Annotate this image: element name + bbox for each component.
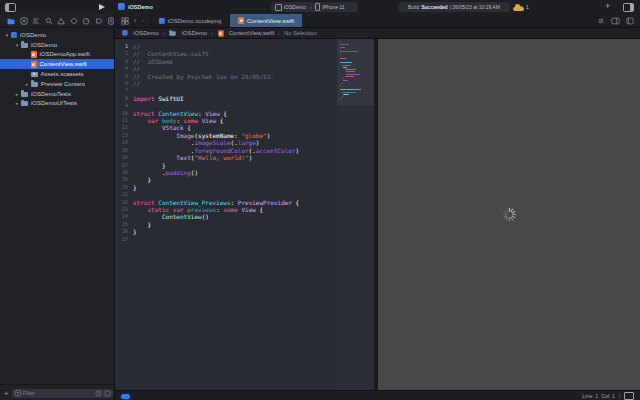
code-line[interactable]: ContentView() <box>133 213 299 220</box>
line-number[interactable]: 4 <box>115 65 128 72</box>
line-number[interactable]: 3 <box>115 58 128 65</box>
line-number[interactable]: 1 <box>115 43 128 50</box>
line-number[interactable]: 21 <box>115 191 128 198</box>
code-line[interactable]: struct ContentView_Previews: PreviewProv… <box>133 199 299 206</box>
scheme-name[interactable]: iOSDemo <box>284 4 306 10</box>
line-number[interactable]: 26 <box>115 228 128 235</box>
source-control-navigator-icon[interactable] <box>20 17 28 25</box>
line-number[interactable]: 12 <box>115 124 128 131</box>
breadcrumb-contentview-swift[interactable]: ContentView.swift <box>217 30 275 37</box>
warning-indicator[interactable]: 1 <box>513 4 529 11</box>
filter-field[interactable] <box>12 389 113 398</box>
line-number[interactable]: 19 <box>115 176 128 183</box>
editor-mode-indicator[interactable] <box>121 394 130 399</box>
toggle-inspector-icon[interactable] <box>623 3 634 12</box>
scheme-selector[interactable]: iOSDemo › iPhone 11 <box>271 2 358 12</box>
code-line[interactable]: } <box>133 184 299 191</box>
related-items-icon[interactable] <box>121 17 129 25</box>
library-add-icon[interactable]: + <box>605 1 610 11</box>
code-line[interactable]: import SwiftUI <box>133 95 299 102</box>
line-col-indicator[interactable]: Line: 1 Col: 1 <box>582 393 615 399</box>
line-number[interactable]: 8 <box>115 95 128 102</box>
tree-item-preview-content[interactable]: ▸Preview Content <box>0 79 114 89</box>
code-line[interactable] <box>133 87 299 94</box>
line-number[interactable]: 24 <box>115 213 128 220</box>
source-control-filter-icon[interactable] <box>104 390 111 397</box>
tree-item-contentview-swift[interactable]: ContentView.swift <box>0 59 114 69</box>
disclosure-triangle-icon[interactable]: ▸ <box>14 100 20 106</box>
issue-navigator-icon[interactable] <box>57 17 65 25</box>
back-icon[interactable]: ‹ <box>134 17 136 24</box>
display-icon[interactable] <box>624 392 634 400</box>
editor-focus-icon[interactable] <box>626 17 634 25</box>
breakpoint-navigator-icon[interactable] <box>95 17 103 25</box>
add-editor-icon[interactable] <box>611 17 620 25</box>
code-line[interactable]: // <box>133 65 299 72</box>
code-line[interactable]: // <box>133 43 299 50</box>
source-editor[interactable]: 1234567891011121314151617181920212223242… <box>115 39 337 390</box>
line-number[interactable]: 20 <box>115 184 128 191</box>
code-content[interactable]: //// ContentView.swift// iOSDemo//// Cre… <box>133 43 299 243</box>
breadcrumb-no-selection[interactable]: No Selection <box>284 30 317 36</box>
toggle-navigator-icon[interactable] <box>5 3 16 12</box>
line-number[interactable]: 13 <box>115 132 128 139</box>
code-line[interactable]: // Created by Psychek lov on 25/05/23. <box>133 73 299 80</box>
code-line[interactable]: // ContentView.swift <box>133 50 299 57</box>
line-number[interactable]: 16 <box>115 154 128 161</box>
line-number[interactable]: 14 <box>115 139 128 146</box>
line-number[interactable]: 15 <box>115 147 128 154</box>
breadcrumb-iosdemo[interactable]: iOSDemo <box>168 30 207 36</box>
code-line[interactable]: var body: some View { <box>133 117 299 124</box>
code-line[interactable]: // <box>133 80 299 87</box>
filter-input[interactable] <box>22 390 95 396</box>
code-line[interactable]: } <box>133 176 299 183</box>
tree-item-iosdemo[interactable]: ▾iOSDemo <box>0 40 114 50</box>
code-line[interactable] <box>133 236 299 243</box>
tab-contentview-swift[interactable]: ContentView.swift <box>230 14 302 27</box>
code-line[interactable]: static var previews: some View { <box>133 206 299 213</box>
code-line[interactable]: VStack { <box>133 124 299 131</box>
destination-name[interactable]: iPhone 11 <box>322 4 344 10</box>
breadcrumb-iosdemo[interactable]: iOSDemo <box>121 30 159 36</box>
tab-iosdemo-xcodeproj[interactable]: iOSDemo.xcodeproj <box>150 14 231 27</box>
line-number[interactable]: 27 <box>115 236 128 243</box>
code-line[interactable]: } <box>133 162 299 169</box>
project-navigator-icon[interactable] <box>7 17 15 25</box>
code-line[interactable]: struct ContentView: View { <box>133 110 299 117</box>
code-line[interactable]: Text("Hello, world!") <box>133 154 299 161</box>
line-number[interactable]: 9 <box>115 102 128 109</box>
disclosure-triangle-icon[interactable]: ▸ <box>24 81 30 87</box>
add-file-icon[interactable]: + <box>4 389 9 398</box>
line-number[interactable]: 6 <box>115 80 128 87</box>
disclosure-triangle-icon[interactable]: ▾ <box>14 42 20 48</box>
line-number[interactable]: 25 <box>115 221 128 228</box>
debug-navigator-icon[interactable] <box>82 17 90 25</box>
find-navigator-icon[interactable] <box>45 17 53 25</box>
line-number[interactable]: 22 <box>115 199 128 206</box>
tree-item-iosdemotests[interactable]: ▸iOSDemoTests <box>0 89 114 99</box>
line-number[interactable]: 23 <box>115 206 128 213</box>
run-button[interactable] <box>99 4 105 10</box>
activity-status[interactable]: Build Succeeded | 26/05/23 at 10:29 AM <box>398 2 510 12</box>
code-line[interactable] <box>133 102 299 109</box>
code-line[interactable]: } <box>133 228 299 235</box>
disclosure-triangle-icon[interactable]: ▸ <box>14 91 20 97</box>
tree-item-iosdemo[interactable]: ▾iOSDemo <box>0 30 114 40</box>
minimap[interactable] <box>337 39 374 390</box>
line-number[interactable]: 5 <box>115 73 128 80</box>
adjust-editor-options-icon[interactable] <box>597 17 605 25</box>
line-number[interactable]: 11 <box>115 117 128 124</box>
line-number[interactable]: 18 <box>115 169 128 176</box>
minimap-viewport[interactable] <box>337 39 374 105</box>
code-line[interactable]: } <box>133 221 299 228</box>
recent-files-clock-icon[interactable] <box>95 390 102 397</box>
tree-item-iosdemouitests[interactable]: ▸iOSDemoUITests <box>0 99 114 109</box>
code-line[interactable]: .imageScale(.large) <box>133 139 299 146</box>
code-line[interactable]: Image(systemName: "globe") <box>133 132 299 139</box>
code-line[interactable]: .padding() <box>133 169 299 176</box>
symbol-navigator-icon[interactable] <box>32 17 40 25</box>
line-number[interactable]: 7 <box>115 87 128 94</box>
tree-item-iosdemoapp-swift[interactable]: iOSDemoApp.swift <box>0 50 114 60</box>
report-navigator-icon[interactable] <box>107 17 115 25</box>
line-number[interactable]: 17 <box>115 162 128 169</box>
